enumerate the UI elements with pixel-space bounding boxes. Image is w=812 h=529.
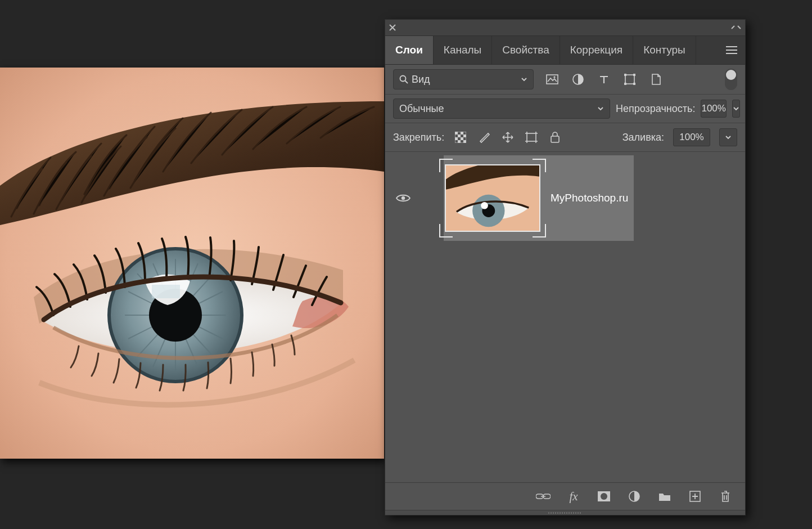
filter-pixel-icon[interactable] [545,72,560,87]
svg-point-39 [481,202,488,209]
tab-adjustments[interactable]: Коррекция [560,36,633,64]
svg-rect-27 [463,135,466,137]
tab-label: Коррекция [570,44,622,56]
chevron-down-icon [521,76,527,83]
svg-rect-26 [458,135,461,137]
filter-kind-label: Вид [412,74,430,86]
tab-paths[interactable]: Контуры [633,36,696,64]
layer-thumbnail[interactable] [445,164,540,232]
chevron-down-icon [597,105,604,112]
filter-smartobject-icon[interactable] [648,72,663,87]
eye-photo [0,68,384,459]
opacity-dropdown[interactable] [732,100,740,118]
opacity-value[interactable]: 100% [701,100,726,118]
lock-transparency-icon[interactable] [453,130,468,145]
layer-filter-row: Вид [385,65,745,95]
fill-value[interactable]: 100% [673,128,710,146]
opacity-label: Непрозрачность: [616,103,695,115]
layer-row[interactable]: MyPhotoshop.ru [385,152,745,244]
fill-dropdown[interactable] [719,128,737,146]
svg-rect-12 [152,285,180,298]
panel-titlebar [385,20,745,36]
filter-adjustment-icon[interactable] [571,72,585,87]
svg-rect-29 [461,137,463,140]
svg-line-14 [405,81,408,84]
lock-position-icon[interactable] [500,130,515,145]
panel-tabs: Слои Каналы Свойства Коррекция Контуры [385,36,745,65]
svg-rect-19 [624,74,626,76]
new-group-icon[interactable] [657,489,672,504]
svg-rect-20 [633,74,635,76]
layer-name[interactable]: MyPhotoshop.ru [551,192,628,204]
layers-panel: Слои Каналы Свойства Коррекция Контуры В… [385,19,746,515]
blend-mode-value: Обычные [399,103,444,115]
svg-rect-34 [551,136,559,142]
svg-rect-25 [461,132,463,135]
panel-resize-grip[interactable] [385,510,745,515]
svg-rect-28 [455,137,458,140]
layer-style-icon[interactable]: fx [566,489,581,504]
svg-rect-21 [624,83,626,85]
svg-rect-30 [458,140,461,143]
link-layers-icon[interactable] [536,489,551,504]
lock-pixels-icon[interactable] [477,130,491,145]
document-canvas[interactable] [0,68,384,459]
svg-rect-18 [625,75,634,84]
search-icon [399,75,408,84]
filter-type-icon[interactable] [597,72,611,87]
tab-label: Свойства [502,44,549,56]
add-mask-icon[interactable] [597,489,611,504]
tab-label: Слои [395,44,423,56]
svg-rect-24 [455,132,458,135]
panel-menu-icon[interactable] [718,36,745,64]
eye-thumb [446,165,539,231]
lock-label: Закрепить: [393,132,444,144]
new-adjustment-layer-icon[interactable] [627,489,642,504]
svg-point-13 [400,76,406,82]
lock-all-icon[interactable] [548,130,562,145]
filter-kind-select[interactable]: Вид [393,69,534,89]
svg-rect-31 [463,140,466,143]
chevron-down-icon [733,105,739,112]
svg-point-16 [553,76,555,78]
blend-mode-select[interactable]: Обычные [393,98,610,119]
tab-channels[interactable]: Каналы [434,36,492,64]
tab-properties[interactable]: Свойства [492,36,560,64]
tab-label: Контуры [643,44,685,56]
fill-label: Заливка: [622,132,664,144]
svg-rect-33 [527,133,536,141]
close-icon[interactable] [389,24,399,32]
collapse-icon[interactable] [730,24,742,31]
filter-shape-icon[interactable] [622,72,637,87]
delete-layer-icon[interactable] [718,489,733,504]
visibility-eye-icon[interactable] [392,193,414,203]
tab-label: Каналы [444,44,481,56]
svg-point-41 [601,493,607,500]
layers-bottom-toolbar: fx [385,482,745,510]
tab-layers[interactable]: Слои [385,36,434,64]
new-layer-icon[interactable] [688,489,702,504]
chevron-down-icon [725,134,732,141]
blend-row: Обычные Непрозрачность: 100% [385,95,745,123]
svg-point-35 [402,196,405,200]
filter-toggle-switch[interactable] [725,69,737,90]
layer-list: MyPhotoshop.ru [385,152,745,244]
lock-row: Закрепить: Заливка: 100% [385,123,745,152]
svg-rect-22 [633,83,635,85]
lock-artboard-icon[interactable] [524,130,539,145]
